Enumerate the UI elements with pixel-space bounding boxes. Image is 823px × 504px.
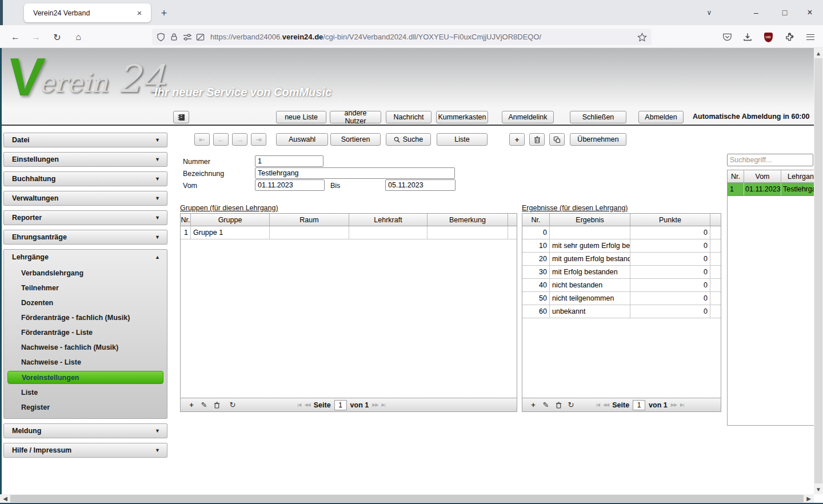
menu-toggle-button[interactable]	[173, 111, 189, 123]
refresh-icon[interactable]: ↻	[226, 401, 239, 409]
sidebar-item-foerderantraege-fachlich[interactable]: Förderanträge - fachlich (Musik)	[4, 310, 167, 325]
sidebar-item-verwaltungen[interactable]: Verwaltungen ▼	[3, 191, 167, 206]
auswahl-button[interactable]: Auswahl	[276, 133, 328, 146]
download-icon[interactable]	[741, 30, 754, 44]
sidebar-item-datei[interactable]: Datei ▼	[3, 133, 167, 147]
page-next-icon[interactable]: ▶▶	[671, 402, 677, 407]
nummer-field[interactable]	[255, 155, 323, 167]
reload-icon[interactable]: ↻	[50, 30, 65, 45]
table-row[interactable]: 30 mit Erfolg bestanden 0	[522, 266, 721, 279]
page-prev-icon[interactable]: ◀◀	[304, 402, 310, 407]
sidebar-item-verbandslehrgang[interactable]: Verbandslehrgang	[4, 266, 167, 281]
sidebar-item-lehrgaenge[interactable]: Lehrgänge ▲	[4, 250, 167, 265]
scroll-down-icon[interactable]: ▼	[814, 485, 823, 493]
nachricht-button[interactable]: Nachricht	[386, 111, 432, 123]
search-input[interactable]	[727, 154, 813, 166]
add-row-icon[interactable]: +	[185, 401, 198, 409]
edit-row-icon[interactable]: ✎	[198, 401, 210, 409]
sidebar-item-hilfe-impressum[interactable]: Hilfe / Impressum ▼	[3, 443, 167, 458]
page-prev-icon[interactable]: ◀◀	[603, 402, 609, 407]
lock-icon[interactable]	[170, 33, 178, 41]
sidebar-item-einstellungen[interactable]: Einstellungen ▼	[3, 152, 167, 167]
ublock-icon[interactable]: UO	[761, 30, 775, 44]
permissions-icon[interactable]	[183, 33, 192, 41]
ergebnisse-table[interactable]: Nr. Ergebnis Punkte 0 0 10 mit sehr gute…	[522, 213, 721, 398]
sidebar-item-meldung[interactable]: Meldung ▼	[3, 423, 167, 438]
bis-field[interactable]	[385, 179, 456, 191]
vom-field[interactable]	[255, 179, 325, 191]
shield-icon[interactable]	[157, 33, 165, 42]
pocket-icon[interactable]	[720, 30, 734, 44]
page-last-icon[interactable]: ▶|	[680, 402, 684, 407]
edit-row-icon[interactable]: ✎	[540, 401, 552, 409]
anmeldelink-button[interactable]: Anmeldelink	[502, 111, 554, 123]
home-icon[interactable]: ⌂	[71, 30, 86, 45]
scroll-right-icon[interactable]: ▶	[805, 495, 813, 502]
page-number-input[interactable]	[633, 400, 645, 410]
record-first-button[interactable]: ⇤	[194, 133, 210, 146]
back-icon[interactable]: ←	[8, 30, 23, 45]
page-first-icon[interactable]: |◀	[297, 402, 301, 407]
sidebar-item-dozenten[interactable]: Dozenten	[4, 295, 167, 310]
window-close-button[interactable]: ×	[801, 6, 818, 19]
scroll-left-icon[interactable]: ◀	[1, 495, 9, 502]
sidebar-item-register[interactable]: Register	[4, 400, 167, 415]
window-maximize-button[interactable]: □	[776, 6, 793, 19]
menu-icon[interactable]	[804, 30, 817, 44]
copy-button[interactable]	[549, 133, 565, 146]
schliessen-button[interactable]: Schließen	[570, 111, 626, 123]
refresh-icon[interactable]: ↻	[565, 401, 577, 409]
gruppen-table[interactable]: Nr. Gruppe Raum Lehrkraft Bemerkung 1 Gr…	[180, 213, 517, 398]
sidebar-item-voreinstellungen-selected[interactable]: Voreinstellungen	[7, 371, 163, 384]
record-last-button[interactable]: ⇥	[251, 133, 266, 146]
page-number-input[interactable]	[334, 400, 347, 410]
add-row-icon[interactable]: +	[527, 401, 540, 409]
window-minimize-button[interactable]: –	[748, 6, 765, 19]
neue-liste-button[interactable]: neue Liste	[276, 111, 326, 123]
sortieren-button[interactable]: Sortieren	[330, 133, 381, 146]
forward-icon[interactable]: →	[29, 30, 43, 45]
tab-close-icon[interactable]: ×	[134, 7, 145, 19]
record-next-button[interactable]: →	[232, 133, 247, 146]
new-tab-button[interactable]: +	[158, 7, 170, 19]
table-row[interactable]: 0 0	[522, 226, 721, 239]
sidebar-item-teilnehmer[interactable]: Teilnehmer	[4, 281, 167, 295]
delete-row-icon[interactable]	[210, 402, 223, 409]
liste-button[interactable]: Liste	[437, 133, 488, 146]
url-bar[interactable]: https://verband24006.verein24.de/cgi-bin…	[152, 29, 652, 45]
tabs-dropdown-icon[interactable]: ∨	[701, 6, 718, 19]
table-row-selected[interactable]: 1 01.11.2023 Testlehrgang	[728, 183, 814, 196]
blocked-permission-icon[interactable]	[196, 33, 205, 41]
uebernehmen-button[interactable]: Übernehmen	[570, 133, 626, 146]
browser-tab[interactable]: Verein24 Verband ×	[24, 3, 151, 22]
scroll-up-icon[interactable]: ▲	[814, 49, 823, 57]
table-row[interactable]: 60 unbekannt 0	[522, 305, 721, 318]
bookmark-star-icon[interactable]	[637, 33, 647, 42]
delete-row-icon[interactable]	[552, 402, 565, 409]
table-row[interactable]: 1 Gruppe 1	[181, 226, 517, 239]
page-next-icon[interactable]: ▶▶	[372, 402, 378, 407]
sidebar-item-nachweise-liste[interactable]: Nachweise - Liste	[4, 355, 167, 370]
add-button[interactable]: +	[509, 133, 525, 146]
kummerkasten-button[interactable]: Kummerkasten	[436, 111, 488, 123]
sidebar-item-foerderantraege-liste[interactable]: Förderanträge - Liste	[4, 325, 167, 340]
table-row[interactable]: 10 mit sehr gutem Erfolg bestanden 0	[522, 239, 721, 253]
sidebar-item-reporter[interactable]: Reporter ▼	[3, 210, 167, 225]
suche-button[interactable]: Suche	[386, 133, 431, 146]
horizontal-scrollbar-thumb[interactable]	[10, 495, 804, 502]
page-last-icon[interactable]: ▶|	[382, 402, 385, 407]
sidebar-item-buchhaltung[interactable]: Buchhaltung ▼	[3, 171, 167, 186]
page-first-icon[interactable]: |◀	[596, 402, 600, 407]
record-prev-button[interactable]: ←	[213, 133, 229, 146]
sidebar-item-nachweise-fachlich[interactable]: Nachweise - fachlich (Musik)	[4, 340, 167, 355]
table-row[interactable]: 40 nicht bestanden 0	[522, 279, 721, 292]
sidebar-item-ehrungsantraege[interactable]: Ehrungsanträge ▼	[3, 230, 167, 245]
lehrgang-list-table[interactable]: Nr. Vom Lehrgang 1 01.11.2023 Testlehrga…	[727, 170, 814, 426]
sidebar-item-liste[interactable]: Liste	[4, 385, 167, 400]
table-row[interactable]: 20 mit gutem Erfolg bestanden 0	[522, 253, 721, 266]
table-row[interactable]: 50 nicht teilgenommen 0	[522, 292, 721, 305]
delete-button[interactable]	[529, 133, 545, 146]
bezeichnung-field[interactable]	[255, 167, 455, 179]
andere-nutzer-button[interactable]: andere Nutzer	[330, 111, 381, 123]
extensions-puzzle-icon[interactable]	[782, 30, 796, 44]
